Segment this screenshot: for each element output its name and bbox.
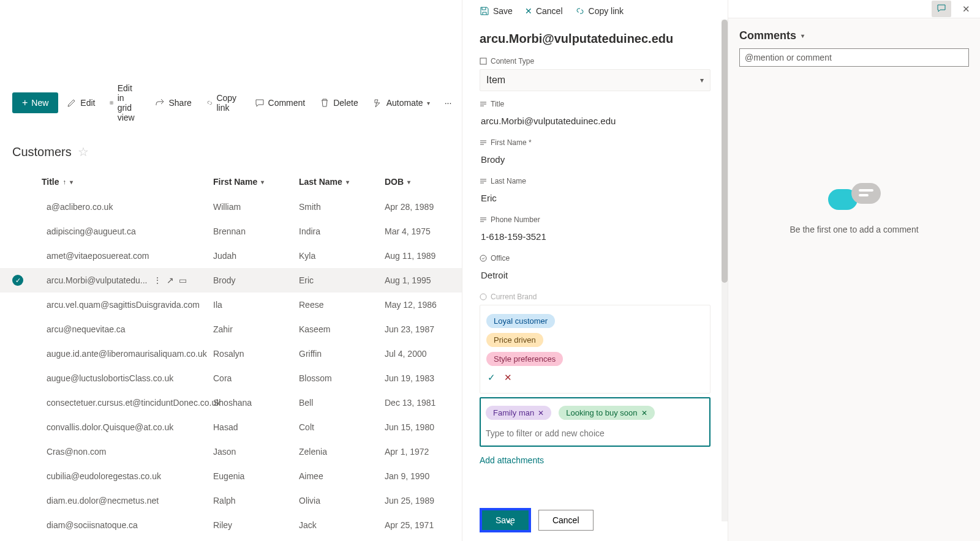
contenttype-dropdown[interactable]: Item▾ — [480, 69, 710, 91]
cursor-icon: ↖ — [507, 518, 514, 528]
more-icon[interactable]: ⋮ — [153, 275, 162, 285]
choice-input-box[interactable]: Family man✕ Looking to buy soon✕ — [480, 397, 710, 447]
panel-save-button[interactable]: Save — [475, 4, 518, 18]
row-dob: Mar 4, 1975 — [385, 226, 470, 236]
choice-option[interactable]: Loyal customer — [486, 314, 555, 328]
row-title: adipiscing@augueut.ca — [42, 226, 213, 236]
panel-scrollbar[interactable] — [722, 20, 728, 521]
row-first: Shoshana — [213, 398, 299, 408]
main-list-area: New Edit Edit in grid view Share Copy li… — [0, 0, 462, 541]
row-last: Indira — [299, 226, 385, 236]
row-title: arcu@nequevitae.ca — [42, 324, 213, 334]
row-last: Griffin — [299, 349, 385, 359]
row-first: Hasad — [213, 422, 299, 432]
row-title: augue.id.ante@liberomaurisaliquam.co.uk — [42, 349, 213, 359]
save-icon — [480, 6, 489, 16]
row-last: Jack — [299, 520, 385, 530]
field-label-last: Last Name — [480, 177, 710, 185]
list-grid: Title ↑ ▾ First Name ▾ Last Name ▾ DOB ▾… — [0, 169, 462, 537]
new-button[interactable]: New — [12, 92, 58, 113]
table-row[interactable]: augue@luctuslobortisClass.co.ukCoraBloss… — [0, 366, 462, 390]
row-dob: Jul 4, 2000 — [385, 349, 470, 359]
lastname-field[interactable]: Eric — [480, 189, 710, 207]
flow-icon — [373, 98, 383, 108]
col-first[interactable]: First Name ▾ — [213, 177, 299, 187]
row-last: Blossom — [299, 373, 385, 383]
table-row[interactable]: convallis.dolor.Quisque@at.co.ukHasadCol… — [0, 415, 462, 439]
row-last: Kaseem — [299, 324, 385, 334]
field-label-brand: Current Brand — [480, 293, 710, 301]
office-field[interactable]: Detroit — [480, 266, 710, 284]
add-attachments-link[interactable]: Add attachments — [480, 455, 544, 465]
comments-toggle-button[interactable] — [932, 1, 951, 17]
comment-button[interactable]: Comment — [249, 93, 312, 113]
edit-button[interactable]: Edit — [61, 93, 101, 113]
phone-field[interactable]: 1-618-159-3521 — [480, 228, 710, 245]
title-field[interactable]: arcu.Morbi@vulputateduinec.edu — [480, 112, 710, 130]
edit-grid-button[interactable]: Edit in grid view — [104, 78, 146, 127]
delete-button[interactable]: Delete — [314, 93, 364, 113]
close-panel-button[interactable]: ✕ — [957, 1, 975, 17]
comment-icon[interactable]: ▭ — [179, 275, 187, 285]
pencil-icon — [67, 98, 77, 108]
comments-header: Comments▾ — [728, 18, 980, 48]
row-first: Jason — [213, 447, 299, 457]
row-last: Olivia — [299, 496, 385, 506]
svg-rect-0 — [480, 58, 486, 64]
row-dob: Aug 1, 1995 — [385, 275, 470, 285]
comment-input[interactable]: @mention or comment — [739, 48, 969, 67]
choice-option[interactable]: Price driven — [486, 333, 543, 347]
row-dob: Apr 25, 1971 — [385, 520, 470, 530]
table-row[interactable]: adipiscing@augueut.caBrennanIndiraMar 4,… — [0, 219, 462, 244]
field-label-office: Office — [480, 254, 710, 263]
open-icon[interactable]: ↗ — [167, 275, 174, 285]
table-row[interactable]: amet@vitaeposuereat.comJudahKylaAug 11, … — [0, 244, 462, 268]
panel-cancel-button[interactable]: ✕Cancel — [520, 4, 568, 18]
favorite-icon[interactable]: ☆ — [78, 144, 89, 159]
choice-option[interactable]: Style preferences — [486, 352, 563, 366]
choice-filter-input[interactable] — [486, 426, 704, 441]
panel-copylink-button[interactable]: Copy link — [570, 4, 629, 18]
field-label-contenttype: Content Type — [480, 57, 710, 65]
chevron-down-icon: ▾ — [427, 100, 430, 106]
row-title: arcu.vel.quam@sagittisDuisgravida.com — [42, 300, 213, 310]
scrollbar-thumb[interactable] — [722, 20, 728, 283]
confirm-choices-button[interactable]: ✓ — [488, 372, 496, 383]
grid-header: Title ↑ ▾ First Name ▾ Last Name ▾ DOB ▾ — [0, 169, 462, 195]
remove-choice-icon[interactable]: ✕ — [641, 409, 647, 417]
table-row[interactable]: augue.id.ante@liberomaurisaliquam.co.ukR… — [0, 341, 462, 366]
details-panel: Save ✕Cancel Copy link arcu.Morbi@vulput… — [462, 0, 728, 541]
automate-button[interactable]: Automate▾ — [367, 93, 436, 113]
col-last[interactable]: Last Name ▾ — [299, 177, 385, 187]
col-dob[interactable]: DOB ▾ — [385, 177, 470, 187]
text-icon — [480, 177, 487, 185]
row-dob: Apr 28, 1989 — [385, 202, 470, 212]
table-row[interactable]: arcu@nequevitae.caZahirKaseemJun 23, 198… — [0, 317, 462, 341]
table-row[interactable]: arcu.vel.quam@sagittisDuisgravida.comIla… — [0, 293, 462, 317]
copylink-button[interactable]: Copy link — [200, 88, 246, 118]
firstname-field[interactable]: Brody — [480, 151, 710, 168]
save-button[interactable]: Save↖ — [480, 508, 531, 532]
table-row[interactable]: diam.eu.dolor@necmetus.netRalphOliviaJun… — [0, 488, 462, 513]
table-row[interactable]: a@aclibero.co.ukWilliamSmithApr 28, 1989 — [0, 195, 462, 219]
choice-icon — [480, 293, 487, 300]
panel-toolbar: Save ✕Cancel Copy link — [462, 0, 728, 22]
empty-comments-icon — [728, 183, 980, 210]
table-row[interactable]: diam@sociisnatoque.caRileyJackApr 25, 19… — [0, 513, 462, 537]
chevron-down-icon[interactable]: ▾ — [801, 32, 804, 39]
table-row[interactable]: Cras@non.comJasonZeleniaApr 1, 1972 — [0, 439, 462, 464]
cancel-button[interactable]: Cancel — [538, 510, 594, 531]
more-button[interactable]: ··· — [439, 93, 458, 113]
cancel-choices-button[interactable]: ✕ — [504, 372, 512, 383]
row-title: Cras@non.com — [42, 447, 213, 457]
remove-choice-icon[interactable]: ✕ — [538, 409, 544, 417]
table-row[interactable]: ✓arcu.Morbi@vulputatedu...⋮↗▭BrodyEricAu… — [0, 268, 462, 293]
svg-point-2 — [480, 294, 486, 300]
selected-choice: Family man✕ — [486, 406, 551, 420]
table-row[interactable]: consectetuer.cursus.et@tinciduntDonec.co… — [0, 390, 462, 415]
row-title: augue@luctuslobortisClass.co.uk — [42, 373, 213, 383]
table-row[interactable]: cubilia@eudoloregestas.co.ukEugeniaAimee… — [0, 464, 462, 488]
row-dob: Jun 25, 1989 — [385, 496, 470, 506]
col-title[interactable]: Title ↑ ▾ — [42, 177, 213, 187]
share-button[interactable]: Share — [149, 93, 197, 113]
